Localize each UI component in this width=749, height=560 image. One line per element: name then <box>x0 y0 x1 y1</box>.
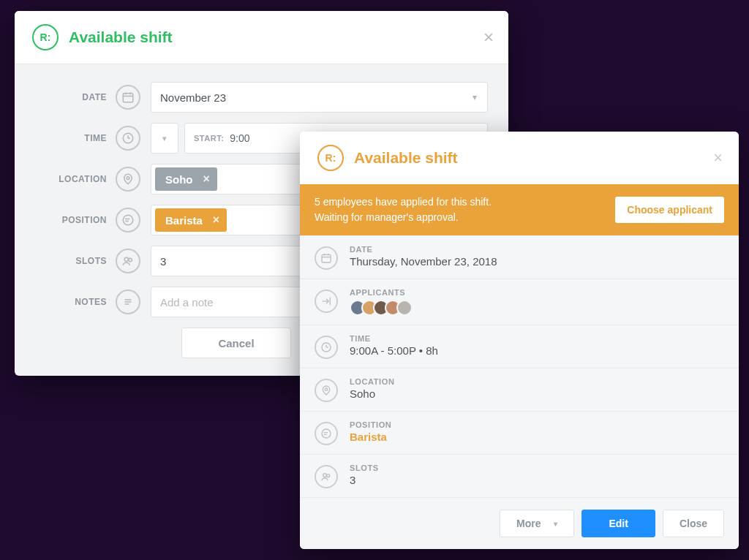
svg-point-24 <box>322 429 331 438</box>
badge-icon <box>315 422 338 445</box>
date-label: DATE <box>350 245 497 254</box>
location-chip-label: Soho <box>165 173 193 186</box>
date-label: DATE <box>35 92 116 102</box>
shift-detail-modal: R: Available shift × 5 employees have ap… <box>300 132 739 549</box>
location-label: LOCATION <box>350 377 394 386</box>
close-button[interactable]: Close <box>663 510 724 537</box>
calendar-icon <box>315 246 338 270</box>
more-button[interactable]: More <box>500 510 574 537</box>
close-icon[interactable]: × <box>713 148 723 167</box>
svg-point-8 <box>123 215 133 225</box>
pin-icon <box>315 379 338 402</box>
detail-slots: SLOTS 3 <box>300 455 739 498</box>
detail-date: DATE Thursday, November 23, 2018 <box>300 236 739 279</box>
people-icon <box>315 465 338 488</box>
clock-icon <box>116 126 140 151</box>
clock-icon <box>315 336 338 359</box>
date-row: DATE November 23 <box>35 82 488 113</box>
svg-point-12 <box>129 258 132 262</box>
detail-applicants: APPLICANTS <box>300 279 739 325</box>
calendar-icon <box>116 85 140 110</box>
detail-location: LOCATION Soho <box>300 368 739 412</box>
banner-line-2: Waiting for manager's approval. <box>315 210 492 225</box>
logo-icon: R: <box>317 145 344 171</box>
slots-label: SLOTS <box>350 463 379 472</box>
slots-value: 3 <box>350 474 379 486</box>
modal-header: R: Available shift × <box>300 132 739 184</box>
svg-point-11 <box>124 257 128 261</box>
notes-icon <box>116 290 140 314</box>
logo-icon: R: <box>32 24 59 50</box>
close-icon[interactable]: × <box>483 29 494 46</box>
edit-button[interactable]: Edit <box>581 510 655 537</box>
badge-icon <box>116 208 140 232</box>
time-label: TIME <box>35 133 116 143</box>
start-label: START: <box>194 134 224 143</box>
svg-point-7 <box>127 177 129 180</box>
position-chip-label: Barista <box>165 214 203 227</box>
location-chip: Soho × <box>155 167 217 191</box>
pin-icon <box>116 167 140 192</box>
svg-point-28 <box>327 474 330 477</box>
remove-location-icon[interactable]: × <box>203 173 210 186</box>
detail-position: POSITION Barista <box>300 412 739 455</box>
detail-list: DATE Thursday, November 23, 2018 APPLICA… <box>300 235 739 498</box>
cancel-button[interactable]: Cancel <box>181 328 291 358</box>
notes-placeholder: Add a note <box>160 296 214 309</box>
date-value: November 23 <box>160 91 226 104</box>
modal-title: Available shift <box>69 29 173 46</box>
location-value: Soho <box>350 387 394 400</box>
svg-rect-0 <box>123 94 133 102</box>
date-select[interactable]: November 23 <box>151 82 488 113</box>
people-icon <box>116 249 140 273</box>
svg-point-27 <box>323 474 327 477</box>
remove-position-icon[interactable]: × <box>213 213 219 227</box>
modal-footer: More Edit Close <box>300 498 739 549</box>
banner-line-1: 5 employees have applied for this shift. <box>315 194 492 210</box>
detail-time: TIME 9:00A - 5:00P • 8h <box>300 325 739 368</box>
time-prev-button[interactable]: ▾ <box>151 123 178 154</box>
slots-label: SLOTS <box>35 256 116 266</box>
location-label: LOCATION <box>35 174 116 184</box>
banner-text: 5 employees have applied for this shift.… <box>315 194 492 225</box>
modal-title: Available shift <box>354 149 458 167</box>
avatar[interactable] <box>396 300 413 316</box>
time-value: 9:00A - 5:00P • 8h <box>350 344 438 357</box>
position-label: POSITION <box>35 215 116 225</box>
position-value: Barista <box>350 431 391 443</box>
position-label: POSITION <box>350 420 391 429</box>
slots-value: 3 <box>160 255 166 268</box>
time-label: TIME <box>350 334 438 343</box>
svg-point-23 <box>325 388 327 390</box>
applicants-banner: 5 employees have applied for this shift.… <box>300 184 739 235</box>
applicant-avatars[interactable] <box>350 300 413 316</box>
arrow-in-icon <box>315 290 338 313</box>
modal-header: R: Available shift × <box>15 11 508 64</box>
choose-applicant-button[interactable]: Choose applicant <box>615 197 724 223</box>
start-time-value: 9:00 <box>230 132 249 144</box>
position-chip: Barista × <box>155 208 227 232</box>
applicants-label: APPLICANTS <box>350 288 413 297</box>
notes-label: NOTES <box>35 297 116 307</box>
date-value: Thursday, November 23, 2018 <box>350 255 497 268</box>
svg-rect-16 <box>322 254 331 262</box>
